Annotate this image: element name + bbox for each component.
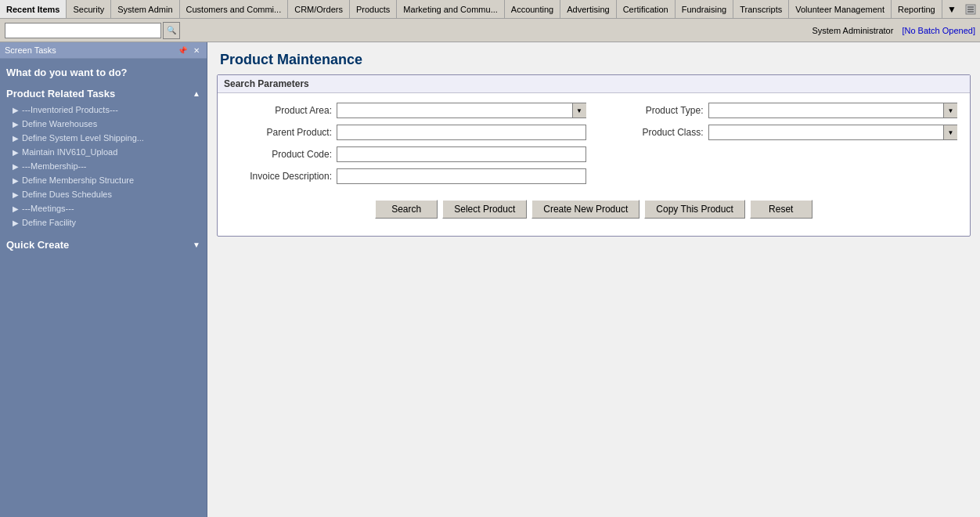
search-params-title: Search Parameters (218, 75, 970, 93)
nav-tab-fundraising[interactable]: Fundraising (676, 0, 733, 18)
nav-tab-accounting[interactable]: Accounting (505, 0, 560, 18)
product-type-row: Product Type: ▼ (602, 103, 958, 118)
reset-button[interactable]: Reset (750, 200, 812, 219)
sidebar-item-membership-structure[interactable]: ▶ Define Membership Structure (0, 173, 207, 187)
sidebar: Screen Tasks 📌 ✕ What do you want to do?… (0, 42, 207, 517)
settings-icon[interactable] (964, 3, 977, 16)
parent-product-row: Parent Product: (230, 125, 586, 140)
bullet-icon: ▶ (13, 120, 19, 128)
bullet-icon: ▶ (13, 176, 19, 185)
nav-tab-reporting[interactable]: Reporting (892, 0, 942, 18)
user-info: System Administrator [No Batch Opened] (805, 26, 975, 35)
nav-tab-customers[interactable]: Customers and Commi... (180, 0, 289, 18)
sidebar-item-meetings-header[interactable]: ▶ ---Meetings--- (0, 201, 207, 215)
invoice-desc-input[interactable] (337, 168, 586, 184)
product-class-label: Product Class: (602, 127, 704, 138)
nav-tab-advertising[interactable]: Advertising (560, 0, 616, 18)
bullet-icon: ▶ (13, 134, 19, 143)
nav-tab-recent-items[interactable]: Recent Items (0, 0, 67, 18)
top-nav: Recent Items Security System Admin Custo… (0, 0, 980, 19)
action-buttons-row: Search Select Product Create New Product… (230, 200, 957, 226)
screen-tasks-label: Screen Tasks (5, 45, 56, 55)
product-area-row: Product Area: ▼ (230, 103, 586, 118)
search-params-panel: Search Parameters Product Area: ▼ (217, 74, 971, 237)
product-area-select[interactable] (337, 103, 586, 118)
admin-label: System Administrator (812, 26, 893, 35)
nav-tab-crm[interactable]: CRM/Orders (288, 0, 350, 18)
quick-create-arrow: ▼ (193, 240, 200, 249)
bullet-icon: ▶ (13, 190, 19, 199)
product-code-row: Product Code: (230, 146, 586, 162)
nav-tab-transcripts[interactable]: Transcripts (733, 0, 789, 18)
product-related-title: Product Related Tasks (6, 88, 115, 99)
product-type-select[interactable] (708, 103, 958, 118)
select-product-button[interactable]: Select Product (442, 200, 527, 219)
create-new-button[interactable]: Create New Product (531, 200, 640, 219)
nav-tab-security[interactable]: Security (67, 0, 111, 18)
quick-create-section-header[interactable]: Quick Create ▼ (0, 234, 207, 254)
product-class-select[interactable] (708, 125, 958, 140)
sidebar-item-warehouses[interactable]: ▶ Define Warehouses (0, 117, 207, 131)
page-title: Product Maintenance (207, 42, 980, 74)
bullet-icon: ▶ (13, 162, 19, 171)
bullet-icon: ▶ (13, 106, 19, 114)
product-class-row: Product Class: ▼ (602, 125, 958, 140)
bullet-icon: ▶ (13, 204, 19, 213)
sidebar-item-inv610[interactable]: ▶ Maintain INV610_Upload (0, 145, 207, 159)
what-do-label: What do you want to do? (0, 59, 207, 83)
sidebar-item-membership-header[interactable]: ▶ ---Membership--- (0, 159, 207, 173)
quick-create-title: Quick Create (6, 239, 69, 251)
sidebar-item-inventoried[interactable]: ▶ ---Inventoried Products--- (0, 103, 207, 117)
product-type-label: Product Type: (602, 105, 704, 116)
nav-tab-system-admin[interactable]: System Admin (111, 0, 179, 18)
content-area: Product Maintenance Search Parameters Pr… (207, 42, 980, 517)
search-button[interactable]: Search (375, 200, 438, 219)
product-related-arrow: ▲ (193, 89, 200, 98)
bullet-icon: ▶ (13, 148, 19, 157)
product-code-label: Product Code: (230, 149, 332, 160)
close-icon[interactable]: ✕ (191, 45, 202, 56)
bullet-icon: ▶ (13, 219, 19, 227)
global-search-bar: 🔍 System Administrator [No Batch Opened] (0, 19, 980, 42)
global-search-button[interactable]: 🔍 (163, 22, 180, 39)
pin-icon[interactable]: 📌 (177, 45, 188, 56)
sidebar-item-shipping[interactable]: ▶ Define System Level Shipping... (0, 131, 207, 145)
invoice-desc-row: Invoice Description: (230, 168, 586, 184)
product-code-input[interactable] (337, 146, 586, 162)
sidebar-item-dues-schedules[interactable]: ▶ Define Dues Schedules (0, 187, 207, 201)
nav-tab-products[interactable]: Products (350, 0, 397, 18)
batch-label: [No Batch Opened] (902, 26, 975, 35)
product-related-section-header[interactable]: Product Related Tasks ▲ (0, 83, 207, 103)
parent-product-label: Parent Product: (230, 127, 332, 138)
global-search-input[interactable] (5, 23, 161, 38)
nav-tab-marketing[interactable]: Marketing and Commu... (397, 0, 504, 18)
screen-tasks-header: Screen Tasks 📌 ✕ (0, 42, 207, 59)
search-params-body: Product Area: ▼ Parent Product: Product … (218, 93, 970, 236)
sidebar-item-facility[interactable]: ▶ Define Facility (0, 215, 207, 230)
nav-tab-certification[interactable]: Certification (617, 0, 676, 18)
parent-product-input[interactable] (337, 125, 586, 140)
nav-more-button[interactable]: ▼ (942, 0, 961, 18)
product-area-label: Product Area: (230, 105, 332, 116)
copy-this-button[interactable]: Copy This Product (644, 200, 745, 219)
nav-tab-volunteer[interactable]: Volunteer Management (789, 0, 892, 18)
invoice-desc-label: Invoice Description: (230, 171, 332, 182)
